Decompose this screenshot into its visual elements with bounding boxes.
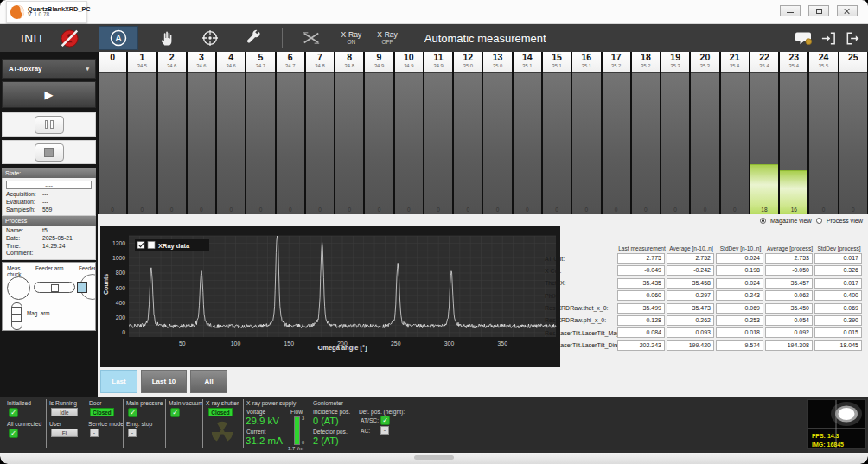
state-row-value: ---	[42, 199, 48, 207]
results-row: Res:XRDRaw.thet_x_0:35.49935.4730.06935.…	[545, 303, 865, 314]
magazine-slot-7[interactable]: 7.. 34.8 ..0	[306, 52, 334, 214]
collimator-button[interactable]	[297, 26, 326, 50]
results-column-header: StdDev [process]	[814, 245, 864, 251]
state-value-field[interactable]: ----	[6, 181, 92, 189]
magazine-slot-16[interactable]: 16.. 35.1 ..0	[572, 52, 600, 214]
view-toggle: Magazine view Process view	[98, 214, 868, 226]
stop-button[interactable]	[2, 140, 96, 164]
slot-header: 0	[99, 52, 126, 73]
svg-text:A: A	[115, 33, 121, 43]
magazine-slot-1[interactable]: 1.. 34.5 ..0	[128, 52, 156, 214]
close-button[interactable]	[837, 5, 858, 16]
target-icon	[201, 29, 220, 48]
results-cell: -0.049	[617, 265, 665, 276]
slot-count: 0	[246, 207, 274, 213]
ac-checkbox[interactable]: -	[380, 426, 389, 435]
magazine-slot-8[interactable]: 8.. 34.8 ..0	[335, 52, 363, 214]
magazine-slot-24[interactable]: 24.. 35.5 ..0	[809, 52, 837, 214]
slot-header: 15.. 35.1 ..	[543, 52, 571, 73]
service-mode-checkbox[interactable]: -	[90, 429, 99, 437]
slot-count: 0	[365, 207, 393, 213]
recipe-dropdown-value: AT-noxray	[9, 65, 42, 73]
minimize-button[interactable]	[780, 5, 801, 16]
at-sc-checkbox[interactable]: ✓	[380, 416, 390, 425]
slot-count: 16	[780, 207, 807, 213]
process-row-value: t5	[42, 227, 48, 235]
mag-arm-shape	[11, 302, 22, 330]
slot-count: 0	[454, 207, 482, 213]
main-vacuum-checkbox[interactable]: ✓	[170, 408, 180, 417]
slot-bar: 0	[158, 73, 186, 214]
slot-count: 0	[306, 207, 334, 213]
magazine-slot-9[interactable]: 9.. 34.9 ..0	[365, 52, 393, 214]
magazine-slot-14[interactable]: 14.. 35.1 ..0	[514, 52, 541, 214]
maximize-button[interactable]	[808, 5, 829, 16]
slot-bar: 0	[246, 73, 274, 214]
magazine-slot-2[interactable]: 2.. 34.6 ..0	[158, 52, 186, 214]
results-cell: 9.574	[716, 340, 763, 351]
magazine-slot-0[interactable]: 0 0	[99, 52, 126, 214]
align-mode-button[interactable]	[195, 26, 225, 50]
svg-text:1200: 1200	[112, 240, 125, 246]
magazine-slot-20[interactable]: 20.. 35.3 ..0	[691, 52, 718, 214]
magazine-slot-19[interactable]: 19.. 35.3 ..0	[661, 52, 689, 214]
magazine-slot-15[interactable]: 15.. 35.1 ..0	[543, 52, 571, 214]
main-pressure-checkbox[interactable]: ✓	[128, 408, 137, 417]
magazine-slot-5[interactable]: 5.. 34.7 ..0	[246, 52, 274, 214]
status-bar: Initialized ✓ All connected ✓ Is Running…	[0, 397, 868, 453]
magazine-slot-10[interactable]: 10.. 34.9 ..0	[395, 52, 423, 214]
slot-bar: 0	[809, 73, 837, 214]
magazine-slot-11[interactable]: 11.. 34.9 ..0	[424, 52, 452, 214]
results-cell: 0.069	[716, 303, 763, 314]
logout-icon[interactable]	[845, 30, 861, 47]
chat-bubble-icon[interactable]	[794, 30, 813, 47]
magazine-slot-12[interactable]: 12.. 35.0 ..0	[454, 52, 482, 214]
recipe-dropdown[interactable]: AT-noxray ▾	[2, 59, 96, 79]
login-icon[interactable]	[820, 30, 837, 47]
magazine-slot-18[interactable]: 18.. 35.2 ..0	[632, 52, 660, 214]
svg-text:600: 600	[116, 285, 126, 291]
xray-shutter-status: Closed	[208, 408, 233, 416]
start-button[interactable]: ▶	[2, 81, 96, 108]
manual-mode-button[interactable]	[152, 26, 182, 50]
pause-button[interactable]	[2, 112, 96, 137]
xray-chart[interactable]: 0200400600800100012005010015020025030035…	[100, 226, 560, 367]
magazine-slot-25[interactable]: 25 0	[839, 52, 867, 214]
magazine-slot-4[interactable]: 4.. 34.6 ..0	[217, 52, 245, 214]
magazine-slot-17[interactable]: 17.. 35.2 ..0	[603, 52, 630, 214]
slot-header: 12.. 35.0 ..	[454, 52, 482, 73]
automatic-mode-button[interactable]: A	[99, 26, 138, 50]
magazine-slot-6[interactable]: 6.. 34.7 ..0	[277, 52, 304, 214]
app-version: V. 1.0.78	[28, 12, 91, 18]
results-row-label: ThetaX:	[545, 280, 617, 286]
stop-state-badge	[55, 26, 85, 50]
svg-text:XRay data: XRay data	[158, 242, 190, 250]
ac-label: AC:	[361, 428, 370, 434]
init-button[interactable]: INIT	[21, 32, 45, 45]
results-cell: 0.400	[814, 290, 862, 301]
service-tools-button[interactable]	[239, 26, 268, 50]
magazine-slot-23[interactable]: 23.. 35.4 ..16	[780, 52, 807, 214]
results-cell: 0.024	[716, 253, 763, 264]
minimize-icon	[787, 12, 794, 14]
slot-bar: 0	[335, 73, 363, 214]
magazine-slot-3[interactable]: 3.. 34.6 ..0	[188, 52, 215, 214]
chart-last10-button[interactable]: Last 10	[141, 370, 187, 393]
chevron-down-icon: ▾	[86, 66, 89, 73]
emg-stop-checkbox[interactable]: -	[128, 429, 137, 437]
results-cell: 35.499	[617, 303, 665, 314]
magazine-slot-22[interactable]: 22.. 35.4 ..18	[750, 52, 778, 214]
slot-bar: 0	[217, 73, 245, 214]
process-view-radio[interactable]	[816, 218, 822, 224]
chart-all-button[interactable]: All	[190, 370, 227, 393]
all-connected-checkbox[interactable]: ✓	[9, 429, 18, 438]
chart-last-button[interactable]: Last	[100, 370, 137, 393]
magazine-slot-13[interactable]: 13.. 35.0 ..0	[483, 52, 511, 214]
xray-on-button[interactable]: X-Ray ON	[341, 31, 362, 45]
results-cell: -0.262	[667, 315, 714, 326]
initialized-checkbox[interactable]: ✓	[9, 408, 18, 417]
magazine-view-radio[interactable]	[760, 218, 766, 224]
slot-count: 0	[277, 207, 304, 213]
magazine-slot-21[interactable]: 21.. 35.4 ..0	[721, 52, 749, 214]
xray-off-button[interactable]: X-Ray OFF	[377, 31, 398, 45]
